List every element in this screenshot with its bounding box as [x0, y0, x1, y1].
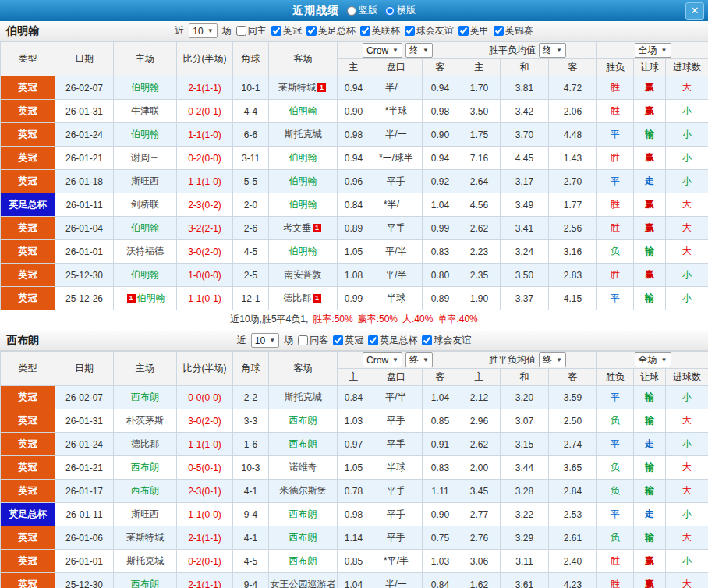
competition-cell: 英冠: [1, 386, 55, 409]
checkbox-input[interactable]: [298, 335, 308, 345]
home-odds-cell: 1.05: [338, 240, 370, 264]
checkbox-input[interactable]: [458, 26, 469, 36]
handicap-cell: *一/球半: [370, 147, 423, 170]
goals-cell: 小: [666, 550, 708, 573]
odds-group-header: Crow▼ 终▼: [338, 42, 458, 59]
games-count-value: 10: [193, 26, 203, 37]
avg-final-select[interactable]: 终▼: [539, 43, 566, 58]
corner-cell: 4-5: [233, 240, 269, 264]
away-team-cell: 西布朗: [269, 433, 338, 456]
games-count-select[interactable]: 10▼: [189, 23, 217, 38]
handicap-result-cell: 输: [634, 240, 666, 264]
filter-checkbox[interactable]: 英锦赛: [494, 24, 533, 37]
col-header-odds-away: 客: [423, 369, 458, 386]
odds-final-select[interactable]: 终▼: [405, 43, 433, 58]
fullmatch-select[interactable]: 全场▼: [635, 352, 671, 367]
home-odds-cell: 0.99: [338, 287, 370, 310]
filter-checkbox[interactable]: 英联杯: [360, 24, 400, 37]
away-odds-cell: 0.98: [423, 100, 458, 123]
team-label: 伯明翰: [289, 175, 317, 186]
filter-checkbox[interactable]: 英冠: [333, 334, 363, 347]
checkbox-input[interactable]: [360, 26, 370, 36]
fullmatch-value: 全场: [639, 44, 657, 57]
avg-win-cell: 3.45: [458, 480, 501, 503]
radio-input[interactable]: [347, 6, 356, 16]
checkbox-input[interactable]: [333, 335, 343, 345]
avg-win-cell: 4.56: [458, 193, 501, 217]
avg-final-select[interactable]: 终▼: [539, 352, 566, 367]
goals-cell: 小: [666, 433, 708, 456]
match-row: 英冠26-01-04伯明翰3-2(2-1)2-6考文垂10.89平手0.992.…: [1, 217, 708, 240]
handicap-cell: *平/半: [370, 550, 423, 573]
radio-input[interactable]: [385, 6, 395, 16]
away-team-cell: 伯明翰: [269, 240, 338, 264]
home-odds-cell: 0.96: [338, 170, 370, 193]
away-odds-cell: 0.75: [423, 526, 458, 550]
col-header-result: 胜负: [597, 369, 634, 386]
filter-checkbox[interactable]: 球会友谊: [422, 334, 471, 347]
team-label: 西布朗: [131, 462, 159, 473]
handicap-cell: 半/一: [370, 76, 423, 100]
handicap-result-cell: 输: [634, 287, 666, 310]
filter-checkbox[interactable]: 英足总杯: [368, 334, 417, 347]
date-cell: 26-02-07: [55, 386, 114, 409]
odds-source-select[interactable]: Crow▼: [363, 352, 402, 367]
date-cell: 25-12-30: [55, 573, 114, 588]
layout-option-horizontal[interactable]: 横版: [385, 4, 416, 17]
result-cell: 平: [597, 287, 634, 310]
checkbox-input[interactable]: [494, 26, 504, 36]
checkbox-input[interactable]: [405, 26, 415, 36]
checkbox-input[interactable]: [271, 26, 281, 36]
team-label: 牛津联: [131, 105, 159, 116]
team-label: 德比郡: [283, 292, 311, 303]
away-team-cell: 伯明翰: [269, 170, 338, 193]
handicap-result-cell: 赢: [634, 100, 666, 123]
odds-source-select[interactable]: Crow▼: [363, 43, 402, 58]
handicap-result-cell: 走: [634, 503, 666, 526]
checkbox-input[interactable]: [368, 335, 378, 345]
filter-checkbox[interactable]: 英甲: [458, 24, 489, 37]
filter-checkbox[interactable]: 同主: [236, 24, 267, 37]
avg-lose-cell: 1.43: [549, 147, 597, 170]
caret-icon: ▼: [423, 356, 429, 363]
avg-draw-cell: 3.42: [501, 100, 549, 123]
filter-checkbox[interactable]: 球会友谊: [405, 24, 454, 37]
competition-cell: 英冠: [1, 480, 55, 503]
date-cell: 26-01-06: [55, 526, 114, 550]
filter-bar: 近10▼场同主英冠英足总杯英联杯球会友谊英甲英锦赛: [175, 23, 533, 38]
games-count-select[interactable]: 10▼: [251, 333, 279, 348]
odds-final-select[interactable]: 终▼: [405, 352, 433, 367]
fullmatch-value: 全场: [639, 353, 657, 367]
avg-win-cell: 2.76: [458, 526, 501, 550]
col-header-home: 主场: [114, 42, 177, 76]
home-odds-cell: 1.08: [338, 264, 370, 287]
avg-lose-cell: 1.77: [549, 193, 597, 217]
handicap-result-cell: 赢: [634, 573, 666, 588]
avg-group-header: 胜平负均值 终▼: [458, 352, 597, 369]
team-label: 谢周三: [131, 152, 159, 163]
close-icon[interactable]: ✕: [685, 2, 704, 20]
avg-lose-cell: 3.59: [549, 386, 597, 409]
avg-win-cell: 1.75: [458, 123, 501, 147]
filter-checkbox[interactable]: 同客: [298, 334, 328, 347]
caret-icon: ▼: [556, 47, 562, 54]
col-header-goals: 进球数: [666, 369, 708, 386]
handicap-result-cell: 赢: [634, 147, 666, 170]
filter-checkbox[interactable]: 英足总杯: [306, 24, 356, 37]
filter-checkbox[interactable]: 英冠: [271, 24, 302, 37]
fullmatch-select[interactable]: 全场▼: [635, 43, 671, 58]
checkbox-input[interactable]: [236, 26, 246, 36]
match-row: 英冠26-01-17西布朗2-3(0-1)4-1米德尔斯堡0.78平手1.113…: [1, 480, 708, 503]
team-label: 伯明翰: [137, 292, 165, 303]
checkbox-input[interactable]: [422, 335, 432, 345]
col-header-handicap: 盘口: [370, 59, 423, 76]
competition-cell: 英冠: [1, 147, 55, 170]
handicap-result-cell: 赢: [634, 76, 666, 100]
checkbox-input[interactable]: [306, 26, 317, 36]
result-cell: 负: [597, 480, 634, 503]
layout-option-vertical[interactable]: 竖版: [347, 4, 377, 17]
score-cell: 1-1(1-0): [177, 170, 233, 193]
checkbox-label: 球会友谊: [416, 24, 454, 37]
team-label: 诺维奇: [289, 462, 317, 473]
score-cell: 2-1(1-1): [177, 573, 233, 588]
